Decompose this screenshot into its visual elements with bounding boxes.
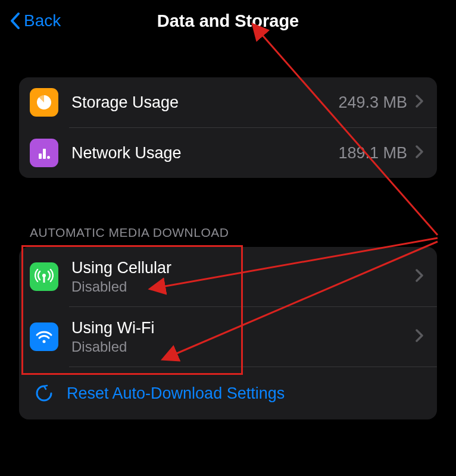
page-title: Data and Storage: [0, 11, 456, 31]
chevron-left-icon: [10, 12, 20, 30]
svg-point-5: [43, 340, 46, 343]
svg-rect-4: [43, 275, 45, 283]
network-usage-row[interactable]: Network Usage 189.1 MB: [19, 128, 437, 178]
wifi-status: Disabled: [71, 339, 416, 355]
chevron-right-icon: [416, 145, 424, 161]
back-button[interactable]: Back: [10, 11, 61, 30]
cellular-row[interactable]: Using Cellular Disabled: [19, 247, 437, 306]
svg-rect-0: [39, 154, 42, 159]
chevron-right-icon: [416, 329, 424, 345]
cellular-status: Disabled: [71, 278, 416, 295]
storage-usage-row[interactable]: Storage Usage 249.3 MB: [19, 77, 437, 127]
svg-rect-1: [43, 149, 46, 159]
header: Back Data and Storage: [0, 0, 456, 42]
storage-icon: [30, 88, 58, 117]
wifi-row[interactable]: Using Wi-Fi Disabled: [19, 307, 437, 367]
reset-icon: [30, 379, 58, 408]
reset-label: Reset Auto-Download Settings: [67, 384, 285, 403]
cellular-label: Using Cellular: [71, 259, 416, 277]
storage-value: 249.3 MB: [338, 93, 407, 112]
wifi-icon: [30, 322, 58, 351]
reset-auto-download-row[interactable]: Reset Auto-Download Settings: [19, 367, 437, 419]
auto-download-group: Using Cellular Disabled Using Wi-Fi Disa…: [19, 247, 437, 419]
network-icon: [30, 139, 58, 167]
chevron-right-icon: [416, 269, 424, 284]
svg-point-2: [47, 156, 50, 159]
back-label: Back: [24, 11, 61, 30]
network-label: Network Usage: [71, 144, 338, 162]
network-value: 189.1 MB: [338, 144, 407, 162]
cellular-icon: [30, 262, 58, 291]
wifi-label: Using Wi-Fi: [71, 319, 416, 337]
auto-download-header: AUTOMATIC MEDIA DOWNLOAD: [19, 226, 437, 247]
usage-group: Storage Usage 249.3 MB Network Usage 189…: [19, 77, 437, 178]
chevron-right-icon: [416, 95, 424, 110]
storage-label: Storage Usage: [71, 93, 338, 112]
